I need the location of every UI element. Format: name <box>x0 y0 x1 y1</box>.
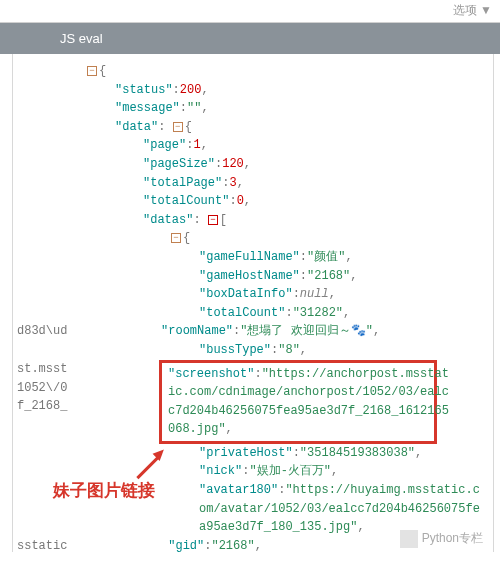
json-row: "bussType":"8", <box>15 341 491 360</box>
json-row: "page":1, <box>15 136 491 155</box>
panel-header[interactable]: JS eval <box>0 22 500 54</box>
highlighted-screenshot-field: "screenshot":"https://anchorpost.msstat … <box>159 360 437 444</box>
cut-fragment: st.msst 1052\/0 f_2168_ <box>15 360 67 416</box>
json-row: "totalCount":"31282", <box>15 304 491 323</box>
json-viewer: −{ "status":200, "message":"", "data": −… <box>12 54 494 552</box>
json-row: "pageSize":120, <box>15 155 491 174</box>
wechat-logo-icon <box>400 530 418 548</box>
collapse-item[interactable]: −{ <box>15 229 491 248</box>
json-row: "privateHost":"35184519383038", <box>15 444 491 463</box>
json-row: "totalCount":0, <box>15 192 491 211</box>
json-row: "screenshot":"https://anchorpost.msstat <box>168 365 428 384</box>
collapse-data[interactable]: "data": −{ <box>15 118 491 137</box>
json-row: "message":"", <box>15 99 491 118</box>
watermark: Python专栏 <box>400 529 483 548</box>
json-row: c7d204b46256075fea95ae3d7f_2168_1612165 <box>168 402 428 421</box>
json-row: "gameFullName":"颜值", <box>15 248 491 267</box>
json-row: d83d\ud "roomName":"想塌了 欢迎回归～🐾", <box>15 322 491 341</box>
json-row: "boxDataInfo":null, <box>15 285 491 304</box>
json-row: "gameHostName":"2168", <box>15 267 491 286</box>
collapse-datas[interactable]: "datas": −[ <box>15 211 491 230</box>
json-row: ic.com/cdnimage/anchorpost/1052/03/ealc <box>168 383 428 402</box>
annotation-label: 妹子图片链接 <box>53 478 155 504</box>
json-row: "status":200, <box>15 81 491 100</box>
collapse-root[interactable]: −{ <box>15 62 491 81</box>
options-dropdown[interactable]: 选项 ▼ <box>453 2 492 19</box>
arrow-icon <box>133 452 161 480</box>
json-row: "totalPage":3, <box>15 174 491 193</box>
json-row: 068.jpg", <box>168 420 428 439</box>
